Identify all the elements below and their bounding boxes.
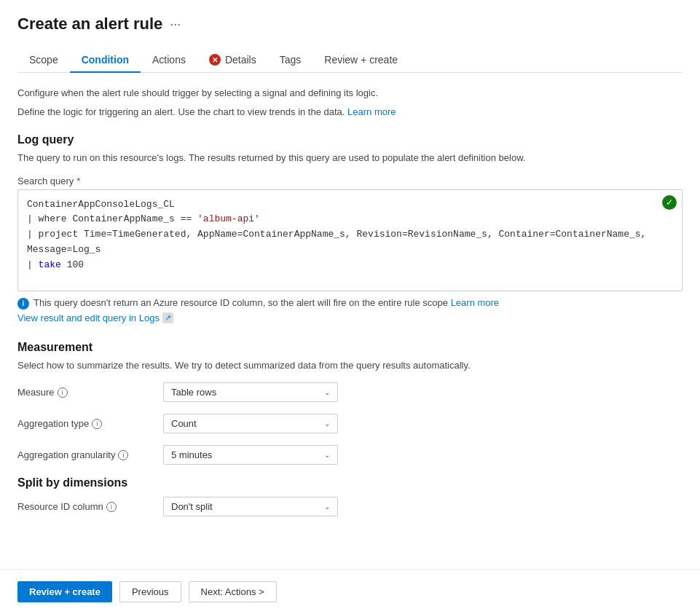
resource-id-chevron-icon: ⌄ (324, 503, 330, 511)
next-actions-button[interactable]: Next: Actions > (189, 581, 277, 601)
measure-row: Measure i Table rows ⌄ (17, 382, 683, 402)
aggregation-type-dropdown[interactable]: Count ⌄ (163, 414, 338, 433)
log-query-section-desc: The query to run on this resource's logs… (17, 151, 683, 165)
measurement-section-title: Measurement (17, 341, 683, 354)
aggregation-type-info-icon[interactable]: i (92, 419, 102, 429)
tab-condition[interactable]: Condition (70, 48, 141, 73)
previous-button[interactable]: Previous (119, 581, 181, 601)
description-2: Define the logic for triggering an alert… (17, 105, 683, 119)
info-icon-notice: i (17, 298, 29, 310)
log-query-section-title: Log query (17, 133, 683, 146)
aggregation-granularity-info-icon[interactable]: i (118, 450, 128, 460)
aggregation-type-label: Aggregation type i (17, 418, 163, 429)
check-icon: ✓ (662, 195, 677, 210)
query-notice: i This query doesn't return an Azure res… (17, 297, 683, 310)
aggregation-type-row: Aggregation type i Count ⌄ (17, 414, 683, 433)
external-link-icon: ↗ (162, 312, 173, 323)
search-query-label: Search query * (17, 176, 683, 186)
tab-tags[interactable]: Tags (268, 48, 313, 73)
aggregation-granularity-dropdown[interactable]: 5 minutes ⌄ (163, 445, 338, 465)
description-1: Configure when the alert rule should tri… (17, 86, 683, 101)
aggregation-type-chevron-icon: ⌄ (324, 420, 330, 428)
tab-details[interactable]: ✕ Details (197, 48, 268, 73)
measurement-section-desc: Select how to summarize the results. We … (17, 358, 683, 373)
measure-info-icon[interactable]: i (58, 387, 68, 398)
code-line-4: Message=Log_s (27, 243, 673, 258)
tab-bar: Scope Condition Actions ✕ Details Tags R… (17, 48, 683, 73)
code-line-1: ContainerAppConsoleLogs_CL (27, 197, 673, 213)
resource-id-row: Resource ID column i Don't split ⌄ (17, 497, 683, 516)
footer: Review + create Previous Next: Actions > (0, 569, 700, 601)
aggregation-granularity-row: Aggregation granularity i 5 minutes ⌄ (17, 445, 683, 465)
code-line-2: | where ContainerAppName_s == 'album-api… (27, 212, 673, 227)
tab-review-create[interactable]: Review + create (312, 48, 409, 73)
tab-actions[interactable]: Actions (141, 48, 197, 73)
aggregation-granularity-chevron-icon: ⌄ (324, 451, 330, 459)
learn-more-link[interactable]: Learn more (347, 106, 396, 117)
code-editor[interactable]: ContainerAppConsoleLogs_CL | where Conta… (17, 189, 683, 291)
aggregation-granularity-label: Aggregation granularity i (17, 449, 163, 460)
ellipsis-menu[interactable]: ··· (170, 17, 181, 32)
measure-label: Measure i (17, 387, 163, 398)
review-create-button[interactable]: Review + create (17, 581, 112, 601)
code-line-5: | take 100 (27, 258, 673, 273)
measure-chevron-icon: ⌄ (324, 388, 330, 396)
page-title: Create an alert rule (17, 15, 162, 34)
code-line-3: | project Time=TimeGenerated, AppName=Co… (27, 227, 673, 243)
resource-id-info-icon[interactable]: i (106, 502, 117, 512)
search-query-wrapper: ContainerAppConsoleLogs_CL | where Conta… (17, 189, 683, 291)
split-by-dimensions-title: Split by dimensions (17, 476, 683, 489)
view-logs-link[interactable]: View result and edit query in Logs ↗ (17, 312, 683, 323)
resource-id-label: Resource ID column i (17, 501, 163, 512)
error-icon: ✕ (209, 54, 221, 66)
query-notice-learn-more[interactable]: Learn more (451, 297, 499, 308)
resource-id-dropdown[interactable]: Don't split ⌄ (163, 497, 338, 516)
measure-dropdown[interactable]: Table rows ⌄ (163, 382, 338, 402)
tab-scope[interactable]: Scope (17, 48, 70, 73)
